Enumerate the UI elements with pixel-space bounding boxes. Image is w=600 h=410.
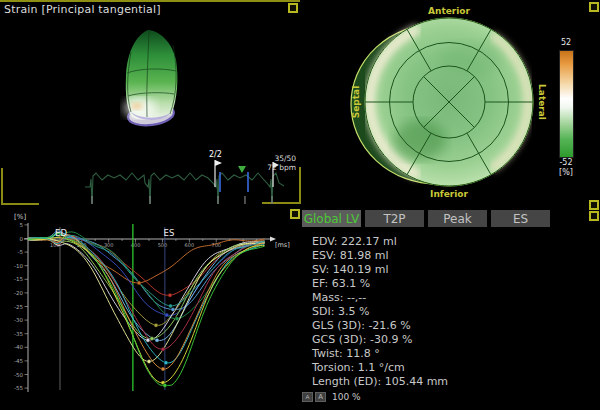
view-maximize-button-results[interactable] [589,211,599,221]
measurement-row: EF: 63.1 % [312,277,448,291]
ecg-marker-green-triangle[interactable] [238,166,246,173]
font-zoom-control: A A 100 % [302,392,361,402]
measurement-row: GCS (3D): -30.9 % [312,333,448,347]
peak-marker-segment-11 [147,359,151,363]
tab-t2p[interactable]: T2P [365,210,424,227]
strain-chart: 10020030040050060070080050-5-10-15-20-25… [0,205,300,410]
heart-model-3d[interactable] [124,30,177,128]
svg-text:-50: -50 [14,372,23,378]
lv-base-warm-patch [131,102,143,110]
tab-peak[interactable]: Peak [428,210,487,227]
colorbar-min-label: -52 [551,158,581,167]
measurement-row: Length (ED): 105.44 mm [312,375,448,389]
peak-marker-segment-15 [163,383,167,387]
model-and-ecg-view: 2/2 35/50 72 bpm [0,0,300,205]
bullseye-label-lateral: Lateral [537,84,547,120]
measurement-value: 1.1 °/cm [358,361,405,374]
strain-curve-segment-13 [28,235,265,369]
measurement-label: Twist: [312,347,346,360]
measurement-value: 3.5 % [338,305,369,318]
measurement-row: Torsion: 1.1 °/cm [312,361,448,375]
svg-text:5: 5 [20,222,24,228]
peak-marker-segment-12 [164,361,168,365]
svg-text:-45: -45 [14,358,23,364]
svg-text:-55: -55 [14,385,23,391]
app-window: Strain [Principal tangential] [0,0,600,410]
ecg-beat-label: 2/2 [209,150,222,159]
measurement-label: EDV: [312,235,341,248]
measurement-label: Mass: [312,291,347,304]
peak-marker-segment-7 [146,338,150,342]
peak-marker-segment-9 [155,338,159,342]
strain-curve-segment-15 [28,233,265,385]
bullseye-plot: Anterior Inferior Septal Lateral [300,0,600,210]
y-axis-unit-label: [%] [14,213,26,221]
es-marker-label: ES [164,228,175,238]
strain-curve-segment-6 [28,232,265,325]
strain-curve-segment-10 [28,238,265,349]
colorbar-unit-label: [%] [551,168,581,177]
svg-text:600: 600 [185,242,195,248]
peak-marker-segment-10 [161,347,165,351]
ecg-trace [85,173,284,204]
measurement-label: GLS (3D): [312,319,368,332]
measurement-value: --,-- [347,291,366,304]
measurement-value: -30.9 % [370,333,412,346]
peak-marker-segment-4 [165,313,169,317]
bullseye-label-inferior: Inferior [430,189,468,199]
measurement-list: EDV: 222.17 mlESV: 81.98 mlSV: 140.19 ml… [312,235,448,389]
measurement-value: 222.17 ml [341,235,397,248]
measurement-row: GLS (3D): -21.6 % [312,319,448,333]
peak-marker-segment-3 [171,308,175,312]
heart-rate-label: 72 bpm [267,163,296,172]
measurement-value: 81.98 ml [340,249,389,262]
measurement-value: -21.6 % [368,319,410,332]
peak-marker-segment-13 [161,367,165,371]
peak-marker-segment-5 [175,317,179,321]
svg-text:-15: -15 [14,276,23,282]
measurement-row: SV: 140.19 ml [312,263,448,277]
svg-text:-5: -5 [18,249,24,255]
svg-text:-20: -20 [14,290,23,296]
measurement-label: ESV: [312,249,340,262]
measurement-value: 63.1 % [332,277,370,290]
svg-text:-40: -40 [14,344,23,350]
zoom-level-label: 100 % [332,392,361,402]
bullseye-label-septal: Septal [351,86,361,119]
font-decrease-button[interactable]: A [302,392,313,402]
measurement-value: 105.44 mm [385,375,448,388]
tab-global-lv[interactable]: Global LV [302,210,361,227]
measurement-value: 140.19 ml [333,263,389,276]
strain-curve-segment-16 [28,235,265,306]
bullseye-map[interactable]: Anterior Inferior Septal Lateral [351,6,547,199]
results-tab-bar: Global LVT2PPeakES [302,210,550,227]
svg-text:-30: -30 [14,317,23,323]
measurement-label: SV: [312,263,333,276]
tab-es[interactable]: ES [491,210,550,227]
ecg-strip: 2/2 35/50 72 bpm [85,150,296,204]
measurement-label: Length (ED): [312,375,385,388]
measurement-row: ESV: 81.98 ml [312,249,448,263]
svg-text:400: 400 [131,242,141,248]
measurement-label: GCS (3D): [312,333,370,346]
measurement-label: Torsion: [312,361,358,374]
svg-text:500: 500 [158,242,168,248]
strain-colorbar [559,50,574,158]
ecg-frame-counter: 35/50 [274,154,296,163]
measurement-row: Twist: 11.8 ° [312,347,448,361]
peak-marker-segment-6 [154,323,158,327]
peak-marker-segment-1 [137,281,141,285]
bullseye-label-anterior: Anterior [428,6,470,16]
measurement-row: SDI: 3.5 % [312,305,448,319]
peak-marker-segment-16 [169,304,173,308]
peak-marker-segment-8 [150,337,154,341]
measurement-label: SDI: [312,305,338,318]
font-increase-button[interactable]: A [315,392,326,402]
measurement-row: Mass: --,-- [312,291,448,305]
peak-marker-segment-2 [168,293,172,297]
measurement-value: 11.8 ° [346,347,380,360]
x-axis-unit-label: [ms] [275,241,290,249]
svg-text:0: 0 [20,236,24,242]
strain-curve-segment-5 [28,232,265,319]
svg-text:-25: -25 [14,304,23,310]
